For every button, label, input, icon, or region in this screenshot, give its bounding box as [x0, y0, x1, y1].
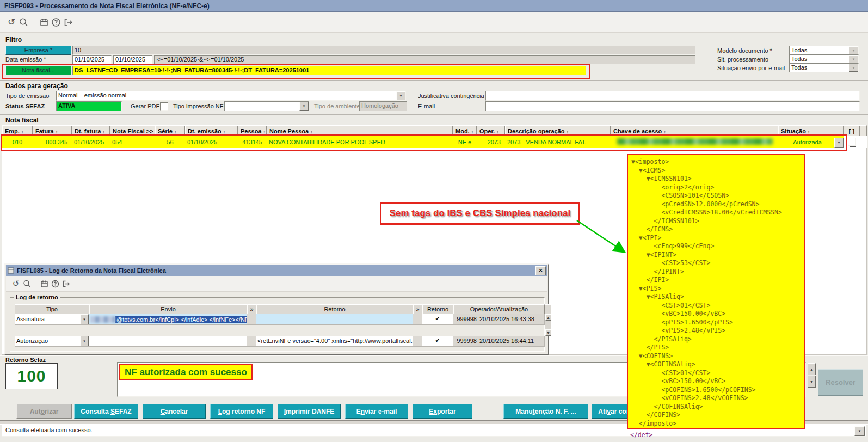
- consulta-sefaz-button[interactable]: Consulta SEFAZ: [74, 404, 138, 419]
- autorizar-button[interactable]: Autorizar: [16, 404, 72, 419]
- imprimir-danfe-button[interactable]: Imprimir DANFE: [278, 404, 341, 419]
- justificativa-input[interactable]: [485, 91, 860, 101]
- log-row1-expand-retorno[interactable]: [413, 314, 422, 325]
- gerar-pdf-checkbox[interactable]: [160, 102, 168, 110]
- search-icon[interactable]: [17, 16, 29, 28]
- log-row1-retorno-check[interactable]: ✔: [422, 314, 453, 325]
- xml-trailing-tag: </det>: [630, 431, 653, 439]
- log-row2-expand-retorno[interactable]: [413, 336, 422, 347]
- window-title: FISFP093 - Processamento de Nota Fiscal …: [4, 2, 210, 10]
- resolver-button[interactable]: Resolver: [818, 369, 863, 396]
- chevron-down-icon[interactable]: ▼: [834, 138, 844, 148]
- exportar-button[interactable]: Exportar: [413, 404, 472, 419]
- sit-processamento-label: Sit. processamento: [717, 56, 768, 63]
- tipo-emissao-select[interactable]: Normal – emissão normal ▼: [56, 91, 406, 101]
- col-header-chave[interactable]: Chave de acesso: [611, 126, 778, 136]
- undo-icon[interactable]: ↺: [5, 16, 17, 28]
- log-row1-retorno[interactable]: [256, 314, 413, 325]
- scroll-down-icon[interactable]: ▼: [808, 376, 816, 388]
- log-row1-tipo[interactable]: Assinatura ▼: [15, 314, 89, 325]
- scroll-up-icon[interactable]: ▲: [545, 314, 551, 321]
- sit-processamento-select[interactable]: Todas ▼: [789, 54, 859, 64]
- cell-select: [844, 136, 860, 148]
- calendar-icon[interactable]: [39, 278, 50, 289]
- nota-fiscal-zoom-button[interactable]: Nota fiscal...: [5, 66, 71, 75]
- cancelar-button[interactable]: Cancelar: [143, 404, 206, 419]
- cell-descricao: 2073 - VENDA NORMAL FAT.: [505, 136, 611, 148]
- col-header-emp[interactable]: Emp.: [2, 126, 33, 136]
- exit-icon[interactable]: [62, 16, 74, 28]
- chevron-down-icon[interactable]: ▼: [80, 314, 89, 324]
- col-header-mod[interactable]: Mod.: [453, 126, 477, 136]
- calendar-icon[interactable]: [38, 16, 50, 28]
- email-input[interactable]: [485, 101, 860, 111]
- log-row2-retorno[interactable]: <retEnviNFe versao="4.00" xmlns="http://…: [256, 336, 413, 347]
- help-icon[interactable]: [50, 16, 62, 28]
- log-col-expand-retorno[interactable]: »: [413, 304, 422, 314]
- table-row[interactable]: 010 800.345 01/10/2025 054 56 01/10/2025…: [2, 136, 867, 148]
- log-row2-retorno-check[interactable]: ✔: [422, 336, 453, 347]
- search-icon[interactable]: [21, 278, 32, 289]
- col-header-situacao[interactable]: Situação: [778, 126, 844, 136]
- col-header-select[interactable]: [ ]: [844, 126, 860, 136]
- divider: [0, 80, 868, 81]
- situacao-envio-label: Situação envio por e-mail: [717, 65, 785, 71]
- log-row2-tipo[interactable]: Autorização ▼: [15, 336, 89, 347]
- nota-fiscal-value-field[interactable]: DS_LSTNF=CD_EMPRESA=10·!·!·;NR_FATURA=80…: [72, 66, 586, 75]
- log-row2-envio[interactable]: [89, 336, 247, 347]
- col-header-nome-pessoa[interactable]: Nome Pessoa: [267, 126, 453, 136]
- scroll-down-icon[interactable]: ▼: [545, 329, 551, 336]
- manutencao-nf-button[interactable]: Manutenção N. F. ...: [503, 404, 588, 419]
- col-header-dt-fatura[interactable]: Dt. fatura: [72, 126, 110, 136]
- col-header-descricao[interactable]: Descrição operação: [505, 126, 611, 136]
- col-header-dt-emissao[interactable]: Dt. emissão: [185, 126, 238, 136]
- log-row2-expand-envio[interactable]: [247, 336, 256, 347]
- log-col-tipo[interactable]: Tipo: [15, 304, 89, 314]
- chevron-down-icon[interactable]: ▼: [849, 46, 858, 54]
- log-retorno-group: Log de retorno Tipo Envio » Retorno » Re…: [10, 297, 545, 352]
- col-header-nota-fiscal[interactable]: Nota Fiscal >>: [110, 126, 155, 136]
- cell-situacao: Autorizada ▼: [778, 136, 844, 148]
- empresa-value-field[interactable]: 10: [72, 46, 695, 55]
- chevron-down-icon[interactable]: ▼: [854, 426, 865, 436]
- chevron-down-icon[interactable]: ▼: [849, 55, 858, 63]
- enviar-email-button[interactable]: Enviar e-mail: [345, 404, 408, 419]
- chevron-down-icon[interactable]: ▼: [396, 91, 405, 100]
- log-col-operador[interactable]: Operador/Atualização: [453, 304, 545, 314]
- log-scrollbar[interactable]: ▲▼: [545, 314, 551, 336]
- chevron-down-icon[interactable]: ▼: [80, 336, 89, 346]
- chevron-down-icon[interactable]: ▼: [299, 102, 309, 110]
- tipo-impressao-select[interactable]: ▼: [224, 101, 309, 111]
- dialog-titlebar[interactable]: FISFL085 - Log de Retorno da Nota Fiscal…: [6, 265, 547, 276]
- log-col-expand-envio[interactable]: »: [247, 304, 256, 314]
- col-header-pessoa[interactable]: Pessoa: [238, 126, 267, 136]
- log-row1-expand-envio[interactable]: [247, 314, 256, 325]
- row-checkbox[interactable]: [848, 138, 856, 146]
- cell-dt-emissao: 01/10/2025: [185, 136, 238, 148]
- col-header-fatura[interactable]: Fatura: [33, 126, 72, 136]
- col-header-oper[interactable]: Oper.: [477, 126, 505, 136]
- tipo-ambiente-value: Homologação: [359, 101, 407, 111]
- scroll-up-icon[interactable]: ▲: [808, 363, 816, 375]
- empresa-zoom-button[interactable]: Empresa *: [5, 46, 71, 55]
- close-icon[interactable]: ✕: [535, 266, 546, 275]
- undo-icon[interactable]: ↺: [10, 278, 21, 289]
- date-to-input[interactable]: 01/10/2025: [113, 55, 152, 64]
- date-from-input[interactable]: 01/10/2025: [72, 55, 112, 64]
- date-expression-field: ·>·=01/10/2025·&·<·=01/10/2025: [154, 55, 695, 64]
- log-row1-operador: 999998: [453, 314, 478, 325]
- log-col-retorno-flag[interactable]: Retorno: [422, 304, 453, 314]
- col-header-serie[interactable]: Série: [155, 126, 185, 136]
- log-col-retorno[interactable]: Retorno: [256, 304, 413, 314]
- modelo-documento-select[interactable]: Todas ▼: [789, 46, 859, 55]
- cell-mod: NF-e: [453, 136, 477, 148]
- xml-overlay-panel: ▼<imposto> ▼<ICMS> ▼<ICMSSN101> <orig>2<…: [627, 154, 805, 429]
- help-icon[interactable]: [50, 278, 60, 289]
- situacao-envio-select[interactable]: Todas ▼: [789, 63, 859, 72]
- log-row1-envio[interactable]: @totvs.com.br</infCpl> </infAdic> </infN…: [89, 314, 247, 325]
- chevron-down-icon[interactable]: ▼: [849, 64, 858, 72]
- log-row1-tipo-value: Assinatura: [15, 314, 80, 324]
- log-col-envio[interactable]: Envio: [89, 304, 247, 314]
- log-retorno-nf-button[interactable]: Log retorno NF: [210, 404, 273, 419]
- exit-icon[interactable]: [60, 278, 71, 289]
